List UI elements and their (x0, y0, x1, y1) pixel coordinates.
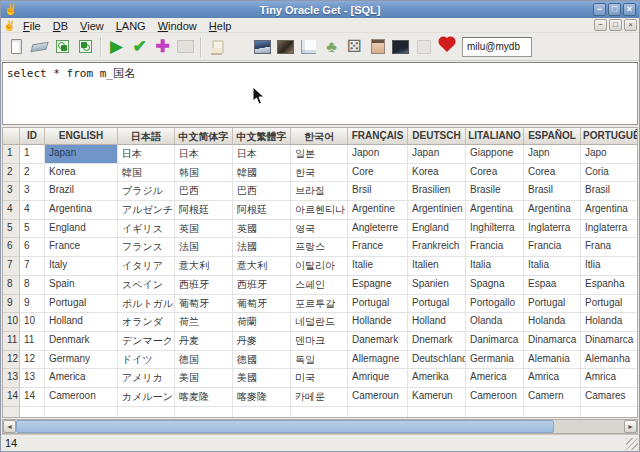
grid-cell[interactable]: Holland (45, 313, 118, 332)
menu-window[interactable]: Window (152, 20, 203, 32)
grid-cell[interactable]: Japan (45, 145, 118, 164)
grid-cell[interactable]: スペイン (118, 276, 175, 295)
grid-cell[interactable]: Argentina (581, 201, 638, 220)
grid-cell[interactable]: 喀麥隆 (233, 388, 291, 407)
grid-cell[interactable]: 7 (20, 257, 45, 276)
grid-cell[interactable]: 덴마크 (291, 332, 348, 351)
grid-cell[interactable]: 巴西 (175, 182, 233, 201)
grid-cell[interactable]: Holanda (581, 313, 638, 332)
chair-icon[interactable] (205, 35, 228, 59)
grid-cell[interactable]: Coria (581, 164, 638, 183)
grid-cell[interactable]: 미국 (291, 369, 348, 388)
grid-cell[interactable]: 스페인 (291, 276, 348, 295)
grid-row-header[interactable]: 11 (3, 332, 20, 351)
grid-cell[interactable]: 카메룬 (291, 388, 348, 407)
grid-row-header[interactable]: 13 (3, 369, 20, 388)
grid-cell[interactable]: Brasilien (408, 182, 466, 201)
scrollbar-track[interactable] (554, 420, 624, 433)
grid-header-cell[interactable]: 中文繁體字 (233, 128, 291, 145)
grid-cell[interactable]: Espagne (348, 276, 408, 295)
grid-cell[interactable]: Japn (524, 145, 581, 164)
grid-cell[interactable]: 韓国 (118, 164, 175, 183)
grid-cell[interactable]: ポルトガル (118, 295, 175, 314)
grid-cell[interactable]: Amrique (348, 369, 408, 388)
app-icon[interactable]: ✌ (4, 4, 18, 15)
grid-cell[interactable]: Germany (45, 351, 118, 370)
grid-cell[interactable] (348, 407, 408, 418)
grid-cell[interactable]: Korea (45, 164, 118, 183)
grid-cell[interactable]: Amrica (524, 369, 581, 388)
grid-cell[interactable]: Brasil (581, 182, 638, 201)
resize-grip[interactable] (626, 438, 638, 450)
grid-cell[interactable]: 法國 (233, 238, 291, 257)
grid-cell[interactable]: 독일 (291, 351, 348, 370)
grid-header-cell[interactable]: ID (20, 128, 45, 145)
grid-row-header[interactable]: 4 (3, 201, 20, 220)
grid-cell[interactable]: アルゼンチン (118, 201, 175, 220)
grid-cell[interactable]: Espaa (524, 276, 581, 295)
grid-cell[interactable] (466, 407, 524, 418)
grid-row-header[interactable]: 3 (3, 182, 20, 201)
photo-dark-icon[interactable] (389, 35, 412, 59)
grid-cell[interactable]: Cameroon (466, 388, 524, 407)
grid-cell[interactable]: 葡萄牙 (175, 295, 233, 314)
grid-cell[interactable] (45, 407, 118, 418)
grid-cell[interactable]: Deutschland (408, 351, 466, 370)
grid-cell[interactable]: Alemania (524, 351, 581, 370)
grid-cell[interactable]: 巴西 (233, 182, 291, 201)
grid-cell[interactable]: 1 (20, 145, 45, 164)
grid-cell[interactable]: アメリカ (118, 369, 175, 388)
face-photo-icon[interactable] (366, 35, 389, 59)
grid-cell[interactable]: Francia (524, 238, 581, 257)
grid-cell[interactable]: 美国 (175, 369, 233, 388)
grid-cell[interactable]: Dinamarca (581, 332, 638, 351)
grid-cell[interactable]: Japan (408, 145, 466, 164)
grid-header-cell[interactable]: 日本語 (118, 128, 175, 145)
grid-cell[interactable]: 11 (20, 332, 45, 351)
disabled-blank-icon[interactable] (412, 35, 435, 59)
grid-cell[interactable]: Brazil (45, 182, 118, 201)
grid-cell[interactable]: Corea (524, 164, 581, 183)
grid-row-header[interactable]: 1 (3, 145, 20, 164)
grid-cell[interactable]: Dnemark (408, 332, 466, 351)
grid-header-cell[interactable]: 한국어 (291, 128, 348, 145)
grid-cell[interactable]: Germania (466, 351, 524, 370)
grid-cell[interactable]: Holanda (524, 313, 581, 332)
text-i-icon[interactable] (228, 35, 251, 59)
new-file-icon[interactable] (5, 35, 28, 59)
grid-cell[interactable]: 西班牙 (175, 276, 233, 295)
grid-cell[interactable]: Inghilterra (466, 220, 524, 239)
grid-cell[interactable]: Portogallo (466, 295, 524, 314)
grid-cell[interactable]: America (466, 369, 524, 388)
grid-cell[interactable]: Italia (524, 257, 581, 276)
connection-field[interactable]: milu@mydb (462, 37, 532, 57)
grid-cell[interactable]: Portugal (408, 295, 466, 314)
export-table-icon[interactable] (51, 35, 74, 59)
grid-cell[interactable]: Italie (348, 257, 408, 276)
grid-header-cell[interactable]: FRANÇAIS (348, 128, 408, 145)
grid-cell[interactable]: ブラジル (118, 182, 175, 201)
scroll-left-button[interactable]: ◄ (3, 420, 16, 433)
maximize-button[interactable]: □ (608, 3, 621, 16)
grid-cell[interactable]: 荷兰 (175, 313, 233, 332)
grid-cell[interactable]: 西班牙 (233, 276, 291, 295)
grid-cell[interactable]: Argentine (348, 201, 408, 220)
grid-row-header[interactable] (3, 407, 20, 418)
grid-header-cell[interactable]: ENGLISH (45, 128, 118, 145)
photo-mountain-icon[interactable] (251, 35, 274, 59)
grid-cell[interactable] (118, 407, 175, 418)
grid-cell[interactable]: Dinamarca (524, 332, 581, 351)
grid-cell[interactable]: フランス (118, 238, 175, 257)
grid-cell[interactable]: Spanien (408, 276, 466, 295)
grid-cell[interactable] (291, 407, 348, 418)
grid-cell[interactable]: 葡萄牙 (233, 295, 291, 314)
grid-cell[interactable]: 프랑스 (291, 238, 348, 257)
grid-cell[interactable]: 意大利 (175, 257, 233, 276)
eraser-icon[interactable] (28, 35, 51, 59)
grid-cell[interactable]: 5 (20, 220, 45, 239)
grid-cell[interactable] (175, 407, 233, 418)
grid-cell[interactable]: ドイツ (118, 351, 175, 370)
heart-icon[interactable] (435, 35, 458, 59)
grid-cell[interactable]: 브라질 (291, 182, 348, 201)
grid-cell[interactable]: 9 (20, 295, 45, 314)
